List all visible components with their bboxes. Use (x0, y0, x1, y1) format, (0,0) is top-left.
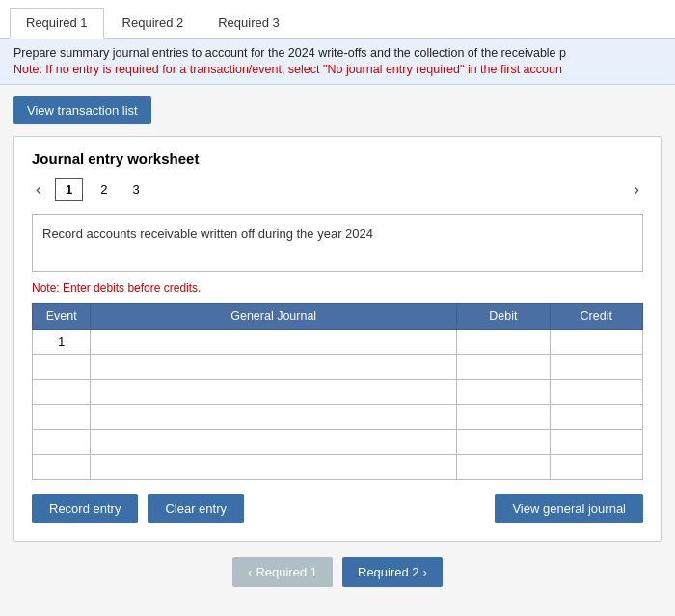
tab-required-3[interactable]: Required 3 (202, 8, 296, 38)
entry-num-3[interactable]: 3 (124, 179, 147, 200)
record-entry-button[interactable]: Record entry (32, 494, 138, 523)
table-cell-credit[interactable] (550, 355, 642, 380)
tab-required-2[interactable]: Required 2 (106, 8, 201, 38)
col-header-debit: Debit (457, 304, 550, 330)
table-cell-event (33, 455, 91, 480)
info-bar: Prepare summary journal entries to accou… (0, 39, 675, 85)
entry-num-2[interactable]: 2 (93, 179, 115, 200)
table-row (33, 455, 643, 480)
table-cell-event (33, 430, 91, 455)
next-entry-arrow[interactable]: › (630, 179, 643, 200)
table-cell-journal[interactable] (91, 405, 457, 430)
table-row: 1 (33, 330, 643, 355)
table-cell-credit[interactable] (550, 380, 642, 405)
col-header-event: Event (33, 304, 91, 330)
table-cell-debit[interactable] (457, 330, 550, 355)
table-cell-event (33, 380, 91, 405)
table-cell-debit[interactable] (457, 455, 550, 480)
col-header-credit: Credit (550, 304, 642, 330)
table-row (33, 430, 643, 455)
view-general-journal-button[interactable]: View general journal (495, 494, 643, 523)
info-main-text: Prepare summary journal entries to accou… (14, 46, 662, 60)
table-cell-credit[interactable] (550, 455, 642, 480)
table-cell-journal[interactable] (91, 330, 457, 355)
tab-required-1[interactable]: Required 1 (10, 8, 104, 39)
table-cell-event (33, 355, 91, 380)
action-buttons: Record entry Clear entry View general jo… (32, 494, 643, 523)
worksheet-card: Journal entry worksheet ‹ 1 2 3 › Record… (14, 136, 662, 542)
table-cell-debit[interactable] (457, 355, 550, 380)
table-cell-debit[interactable] (457, 380, 550, 405)
prev-chevron-icon: ‹ (248, 565, 252, 579)
next-required-button[interactable]: Required 2 › (342, 557, 443, 587)
next-required-label: Required 2 (358, 565, 419, 579)
prev-entry-arrow[interactable]: ‹ (32, 179, 45, 200)
table-cell-debit[interactable] (457, 430, 550, 455)
next-chevron-icon: › (423, 565, 427, 579)
table-cell-credit[interactable] (550, 330, 642, 355)
table-cell-event: 1 (33, 330, 91, 355)
worksheet-title: Journal entry worksheet (32, 150, 643, 167)
table-cell-journal[interactable] (91, 355, 457, 380)
col-header-journal: General Journal (91, 304, 457, 330)
table-cell-credit[interactable] (550, 430, 642, 455)
table-cell-event (33, 405, 91, 430)
prev-required-label: Required 1 (256, 565, 317, 579)
clear-entry-button[interactable]: Clear entry (148, 494, 244, 523)
note-debits: Note: Enter debits before credits. (32, 281, 643, 295)
journal-table: Event General Journal Debit Credit 1 (32, 303, 643, 480)
bottom-navigation: ‹ Required 1 Required 2 › (0, 557, 675, 587)
table-cell-credit[interactable] (550, 405, 642, 430)
table-cell-journal[interactable] (91, 455, 457, 480)
description-box: Record accounts receivable written off d… (32, 214, 643, 272)
table-cell-journal[interactable] (91, 430, 457, 455)
view-transaction-button[interactable]: View transaction list (14, 96, 151, 124)
table-row (33, 380, 643, 405)
info-note-text: Note: If no entry is required for a tran… (14, 63, 662, 76)
table-cell-journal[interactable] (91, 380, 457, 405)
prev-required-button[interactable]: ‹ Required 1 (232, 557, 333, 587)
table-cell-debit[interactable] (457, 405, 550, 430)
entry-navigator: ‹ 1 2 3 › (32, 178, 643, 201)
table-row (33, 355, 643, 380)
entry-num-1[interactable]: 1 (55, 178, 83, 201)
tab-bar: Required 1 Required 2 Required 3 (0, 0, 675, 39)
table-row (33, 405, 643, 430)
